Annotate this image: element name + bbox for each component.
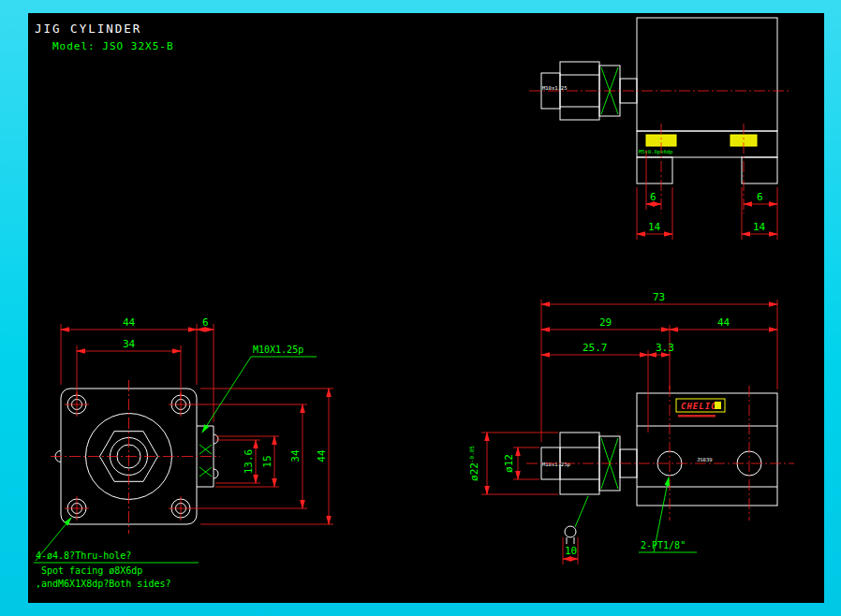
dim-6-left: 6 xyxy=(650,191,657,203)
dim-6-right: 6 xyxy=(757,191,763,203)
top-view-dimensions: 6 6 14 14 xyxy=(637,150,777,240)
side-view-dimensions-top: 73 29 44 25.7 3.3 xyxy=(541,291,777,442)
dia-22-value: ø22 xyxy=(468,462,480,481)
front-view: 44 6 34 13.6 15 34 xyxy=(34,316,333,589)
cad-window-frame: JIG CYLINDER Model: JSO 32X5-B xyxy=(0,0,841,616)
side-view-fitting: 10 xyxy=(563,496,588,565)
dim-34-top: 34 xyxy=(123,338,136,350)
brand-name: CHELIC xyxy=(681,402,717,411)
dim-3-3: 3.3 xyxy=(656,342,674,354)
dim-6-top: 6 xyxy=(202,316,209,329)
port-spec-label: M5x0.8px6dp xyxy=(639,149,672,155)
thread-callout-label: M10X1.25p xyxy=(253,345,303,355)
cad-drawing: JIG CYLINDER Model: JSO 32X5-B xyxy=(28,13,824,603)
side-view: JS039 CHELIC M10x1.25p xyxy=(468,291,794,565)
top-view-body xyxy=(637,18,777,183)
dim-15-right: 15 xyxy=(261,455,273,467)
side-view-port-callout: 2-PT1/8" xyxy=(639,477,697,552)
dim-44-top: 44 xyxy=(123,316,136,329)
dia-12-dim-text: ø12 xyxy=(503,454,515,473)
dim-44-side: 44 xyxy=(717,316,730,329)
side-rod-thread-label: M10x1.25p xyxy=(542,462,570,468)
front-view-centerlines xyxy=(51,380,220,534)
brand-emblem xyxy=(715,402,721,409)
dia-22-dim-text: ø22-0.05 xyxy=(468,446,480,481)
drawing-canvas[interactable]: JIG CYLINDER Model: JSO 32X5-B xyxy=(28,13,824,603)
body-code-label: JS039 xyxy=(697,457,713,462)
note-line-1: 4-ø4.8?Thru-hole? xyxy=(36,550,131,561)
brand-logo: CHELIC xyxy=(676,399,725,418)
dim-10: 10 xyxy=(565,545,577,557)
dim-44-right: 44 xyxy=(316,449,328,462)
front-view-notes: 4-ø4.8?Thru-hole? Spot facing ø8X6dp ,an… xyxy=(34,518,199,589)
top-view: M10x1.25 M5x0.8px6dp xyxy=(529,18,791,240)
dim-14-left: 14 xyxy=(648,221,661,233)
top-view-ports-highlight: M5x0.8px6dp xyxy=(639,135,757,155)
dim-34-right: 34 xyxy=(289,449,302,462)
dim-73: 73 xyxy=(653,291,665,303)
brand-small-print xyxy=(678,415,716,418)
drawing-title: JIG CYLINDER xyxy=(35,22,141,36)
dim-29: 29 xyxy=(599,316,612,329)
drawing-model: Model: JSO 32X5-B xyxy=(52,40,174,52)
port-callout-label: 2-PT1/8" xyxy=(641,540,686,550)
dim-14-right: 14 xyxy=(753,221,766,233)
dim-13-6-right: 13.6 xyxy=(243,449,255,475)
dim-25-7: 25.7 xyxy=(583,342,608,354)
top-rod-thread-label: M10x1.25 xyxy=(542,85,568,91)
side-view-centerlines xyxy=(526,386,794,521)
note-line-2: Spot facing ø8X6dp xyxy=(41,565,142,576)
dia-22-tolerance: -0.05 xyxy=(468,446,475,462)
note-line-3: ,andM6X1X8dp?Both sides? xyxy=(36,579,171,589)
